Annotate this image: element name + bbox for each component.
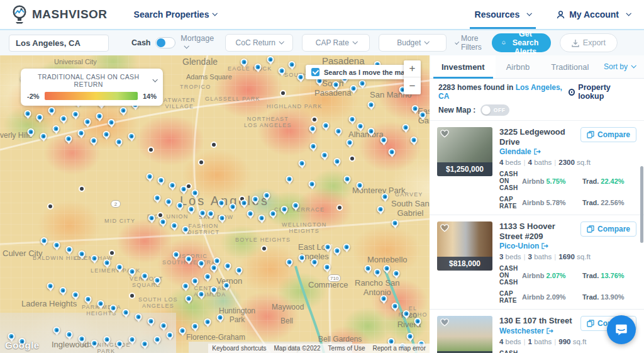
property-pin[interactable] bbox=[72, 111, 79, 118]
property-pin[interactable] bbox=[241, 59, 248, 65]
property-pin[interactable] bbox=[258, 215, 265, 221]
property-pin[interactable] bbox=[182, 226, 189, 233]
property-pin[interactable] bbox=[25, 110, 31, 117]
property-pin[interactable] bbox=[310, 143, 317, 150]
keyboard-shortcuts-link[interactable]: Keyboard shortcuts bbox=[208, 344, 270, 353]
checkbox-checked-icon[interactable] bbox=[311, 68, 319, 76]
property-pin[interactable] bbox=[91, 137, 97, 144]
property-pin[interactable] bbox=[192, 323, 199, 330]
property-pin[interactable] bbox=[104, 336, 111, 343]
property-pin[interactable] bbox=[335, 128, 342, 135]
neighborhood-link[interactable]: Westchester bbox=[499, 327, 572, 335]
property-pin[interactable] bbox=[286, 259, 293, 266]
favorite-heart-icon[interactable] bbox=[440, 129, 450, 138]
property-pin[interactable] bbox=[211, 286, 218, 293]
property-pin[interactable] bbox=[186, 295, 192, 302]
property-pin[interactable] bbox=[384, 265, 391, 272]
property-pin[interactable] bbox=[407, 333, 414, 340]
property-pin[interactable] bbox=[247, 210, 254, 217]
property-pin[interactable] bbox=[48, 107, 55, 114]
property-pin[interactable] bbox=[60, 287, 67, 294]
property-pin[interactable] bbox=[289, 61, 296, 68]
property-pin[interactable] bbox=[343, 244, 350, 250]
property-pin[interactable] bbox=[91, 255, 98, 262]
mortgage-dropdown[interactable]: Mortgage bbox=[180, 34, 216, 52]
report-map-error-link[interactable]: Report a map error bbox=[369, 344, 430, 353]
zoom-out-button[interactable]: − bbox=[404, 77, 421, 94]
panel-scrollbar[interactable] bbox=[640, 166, 643, 243]
property-pin[interactable] bbox=[299, 160, 306, 167]
property-pin[interactable] bbox=[116, 264, 123, 271]
property-pin[interactable] bbox=[236, 267, 243, 274]
property-pin[interactable] bbox=[28, 128, 35, 135]
sort-by-dropdown[interactable]: Sort by bbox=[604, 55, 643, 78]
property-pin[interactable] bbox=[297, 74, 304, 81]
property-pin[interactable] bbox=[393, 270, 400, 277]
property-pin[interactable] bbox=[223, 282, 230, 289]
property-pin[interactable] bbox=[36, 114, 43, 121]
property-pin[interactable] bbox=[128, 133, 135, 140]
property-pin[interactable] bbox=[347, 139, 353, 146]
property-pin[interactable] bbox=[392, 220, 399, 227]
property-pin[interactable] bbox=[72, 291, 79, 298]
property-pin[interactable] bbox=[135, 313, 142, 320]
tab-airbnb[interactable]: Airbnb bbox=[496, 55, 541, 78]
property-pin[interactable] bbox=[116, 138, 123, 145]
property-pin[interactable] bbox=[389, 148, 396, 155]
neighborhood-link[interactable]: Pico-Union bbox=[499, 242, 580, 250]
property-pin[interactable] bbox=[40, 133, 47, 140]
heatmap-legend[interactable]: TRADITIONAL CASH ON CASH RETURN -2% 14% bbox=[21, 69, 163, 106]
property-pin[interactable] bbox=[129, 268, 136, 275]
property-pin[interactable] bbox=[374, 269, 381, 276]
chat-widget-button[interactable] bbox=[607, 315, 636, 344]
property-pin[interactable] bbox=[255, 64, 262, 70]
property-pin[interactable] bbox=[241, 199, 248, 206]
property-pin[interactable] bbox=[264, 192, 270, 199]
property-pin[interactable] bbox=[160, 218, 167, 225]
property-pin[interactable] bbox=[344, 176, 351, 182]
property-pin[interactable] bbox=[108, 119, 115, 126]
property-pin[interactable] bbox=[160, 322, 167, 329]
property-pin[interactable] bbox=[365, 265, 372, 272]
property-pin[interactable] bbox=[309, 181, 316, 188]
property-pin[interactable] bbox=[110, 305, 117, 311]
property-pin[interactable] bbox=[123, 309, 130, 316]
property-pin[interactable] bbox=[414, 318, 421, 325]
property-pin[interactable] bbox=[154, 277, 161, 284]
property-address[interactable]: 3225 Ledgewood Drive bbox=[499, 127, 580, 147]
location-search-input[interactable] bbox=[9, 38, 109, 48]
property-pin[interactable] bbox=[165, 198, 172, 205]
property-pin[interactable] bbox=[214, 257, 221, 264]
property-pin[interactable] bbox=[309, 125, 316, 132]
property-pin[interactable] bbox=[65, 135, 72, 142]
property-pin[interactable] bbox=[292, 202, 299, 209]
property-pin[interactable] bbox=[53, 327, 60, 333]
property-pin[interactable] bbox=[79, 335, 86, 342]
property-pin[interactable] bbox=[349, 116, 356, 123]
property-pin[interactable] bbox=[402, 124, 409, 131]
location-search-box[interactable] bbox=[9, 35, 109, 52]
property-pin[interactable] bbox=[219, 215, 226, 221]
property-pin[interactable] bbox=[281, 206, 288, 213]
property-pin[interactable] bbox=[142, 272, 148, 279]
property-pin[interactable] bbox=[97, 300, 104, 307]
tab-traditional[interactable]: Traditional bbox=[540, 55, 599, 78]
nav-my-account[interactable]: My Account bbox=[556, 0, 630, 29]
property-pin[interactable] bbox=[192, 189, 199, 196]
property-pin[interactable] bbox=[60, 115, 67, 122]
property-pin[interactable] bbox=[120, 107, 127, 114]
property-pin[interactable] bbox=[84, 118, 91, 125]
property-lookup-toggle[interactable]: Property lookup bbox=[569, 83, 635, 101]
property-pin[interactable] bbox=[357, 182, 364, 189]
property-pin[interactable] bbox=[252, 196, 259, 203]
property-pin[interactable] bbox=[419, 111, 426, 118]
property-pin[interactable] bbox=[270, 210, 277, 217]
property-pin[interactable] bbox=[129, 336, 136, 343]
property-pin[interactable] bbox=[199, 210, 206, 216]
property-pin[interactable] bbox=[357, 123, 364, 130]
property-pin[interactable] bbox=[186, 255, 192, 262]
zoom-in-button[interactable]: + bbox=[404, 60, 421, 77]
property-pin[interactable] bbox=[188, 206, 195, 213]
property-pin[interactable] bbox=[204, 273, 211, 280]
property-pin[interactable] bbox=[169, 182, 176, 189]
